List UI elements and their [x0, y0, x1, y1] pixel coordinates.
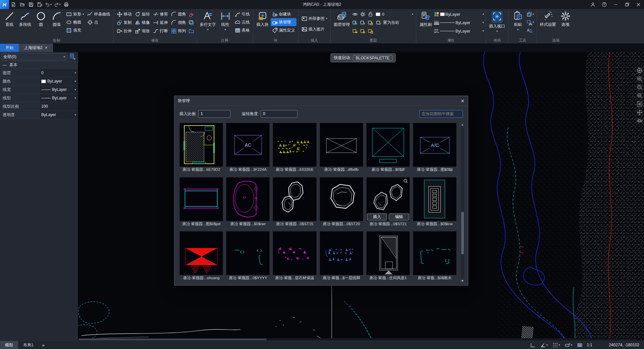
open-file-button[interactable]	[18, 0, 26, 9]
tool-copy[interactable]: 复制	[115, 18, 133, 27]
prop-transparency-dropdown[interactable]: ByLayer▾	[40, 111, 78, 119]
block-card[interactable]: 唐冶·紫薇...$一层线脚	[320, 231, 363, 283]
tool-scale[interactable]: 缩放	[133, 27, 151, 35]
quick-properties-button[interactable]	[69, 53, 77, 60]
insert-button[interactable]: 插入	[367, 213, 387, 220]
block-card[interactable]: 唐冶·紫薇园...0$YYYY	[226, 231, 270, 283]
prop-linetype-dropdown[interactable]: ByLayer▾	[40, 94, 78, 102]
tool-rotate[interactable]: 旋转	[133, 10, 151, 18]
block-card[interactable]: 唐冶·紫薇园...$0$tcw	[413, 177, 457, 229]
close-button[interactable]	[633, 0, 644, 9]
scroll-thumb[interactable]	[461, 212, 464, 254]
edit-button[interactable]: 编辑	[389, 213, 409, 220]
minimize-button[interactable]	[610, 0, 621, 9]
attribute-define-button[interactable]: 属性定义	[271, 26, 297, 34]
save-button[interactable]	[26, 0, 35, 9]
tool-rectangle[interactable]: 矩形▾	[65, 10, 86, 18]
tool-point[interactable]: 点	[86, 18, 112, 26]
dynamic-input-toggle[interactable]: ▾	[564, 341, 573, 349]
tool-extend[interactable]: 延伸	[152, 18, 169, 27]
block-card[interactable]: 唐冶·紫薇园...$0$jff	[366, 123, 410, 174]
tool-arc[interactable]: 圆弧	[49, 10, 64, 38]
tool-polyline[interactable]: 多段线	[17, 10, 33, 38]
layer-thaw-button[interactable]	[359, 10, 366, 18]
account-button[interactable]	[587, 0, 598, 9]
orbit-button[interactable]	[636, 117, 643, 124]
block-card[interactable]: 唐冶·紫薇...层石材保温	[273, 231, 316, 283]
block-card[interactable]: A/C唐冶·紫薇园...图$0$ji	[413, 123, 457, 174]
tool-group[interactable]	[188, 27, 195, 35]
tool-offset[interactable]	[188, 18, 195, 27]
horizontal-scrollbar[interactable]	[78, 338, 636, 341]
tool-stretch[interactable]: 拉伸	[115, 27, 133, 35]
scrollbar-thumb[interactable]	[79, 339, 267, 340]
lineweight-display-toggle[interactable]	[576, 341, 583, 349]
layer-dropdown[interactable]: 0▾	[375, 12, 414, 17]
dialog-titlebar[interactable]: 块管理 ✕	[174, 96, 468, 106]
insert-viewport-button[interactable]: 插入视口▾	[488, 10, 506, 38]
options-button[interactable]: 选项	[558, 10, 573, 38]
tool-mirror[interactable]: 镜像	[133, 18, 151, 27]
tool-chamfer[interactable]: 倒角	[170, 18, 187, 27]
scroll-up-icon[interactable]: ▲	[461, 123, 464, 126]
model-tab[interactable]: 模型	[0, 341, 18, 349]
layout1-tab[interactable]: 布局1	[18, 341, 39, 349]
tool-spline[interactable]: 样条曲线	[86, 10, 112, 18]
tool-trim[interactable]: 修剪	[152, 10, 169, 18]
paste-button[interactable]: 粘贴▾	[510, 10, 526, 38]
layer-manager-button[interactable]: 图层管理	[332, 10, 351, 38]
block-card[interactable]: 唐冶·紫薇园...0$ST20	[320, 177, 363, 229]
block-search-input[interactable]	[419, 110, 463, 118]
block-card[interactable]: AC唐冶·紫薇园...3F224A	[226, 123, 270, 174]
block-card[interactable]: 唐冶·紫薇...生间风道1	[366, 231, 410, 283]
tool-hatch[interactable]: 填充	[65, 26, 86, 34]
layer-visibility-button[interactable]	[352, 10, 359, 18]
polar-toggle[interactable]: ▾	[540, 341, 549, 349]
zoom-extents-button[interactable]	[636, 100, 643, 108]
find-text-button[interactable]: A	[526, 26, 535, 34]
block-card[interactable]: 唐冶·紫薇...$0$散水	[413, 231, 457, 283]
scroll-track[interactable]	[461, 127, 464, 279]
dialog-close-icon[interactable]: ✕	[461, 98, 465, 104]
block-card[interactable]: 唐冶·紫薇园...图$0$pd	[179, 177, 223, 229]
block-card[interactable]: 唐冶·紫薇园...dfbdfb	[320, 123, 363, 174]
selection-filter-dropdown[interactable]: 全部(0)▾	[1, 53, 67, 60]
nav-wheel-button[interactable]	[636, 67, 643, 74]
zoom-window-button[interactable]	[636, 92, 643, 99]
osnap-toggle[interactable]: ▾	[552, 341, 561, 349]
scale-indicator[interactable]: 1:1	[587, 343, 592, 347]
tool-move[interactable]: 移动	[115, 10, 133, 18]
prop-ltscale-field[interactable]: 100	[40, 102, 78, 110]
new-file-button[interactable]	[9, 0, 18, 9]
redo-button[interactable]: ▾	[53, 0, 62, 9]
tool-break[interactable]: 打断	[152, 27, 169, 35]
layer-unlock-all-button[interactable]	[367, 27, 374, 35]
tool-ellipse[interactable]: 椭圆	[65, 18, 86, 26]
ortho-toggle[interactable]	[529, 341, 536, 349]
tool-erase[interactable]	[188, 10, 195, 18]
undo-button[interactable]: ▾	[44, 0, 53, 9]
tool-fillet[interactable]: 圆角	[170, 10, 187, 18]
linetype-dropdown[interactable]: ByLayer▾	[434, 27, 484, 35]
cut-clip-button[interactable]: ▾	[526, 18, 535, 26]
layer-thaw-all-button[interactable]	[359, 27, 366, 35]
tool-table[interactable]: 表格	[233, 26, 251, 34]
block-card[interactable]: 唐冶·紫薇园...6E79D2	[179, 123, 223, 174]
zoom-out-button[interactable]	[636, 84, 643, 91]
insert-scale-input[interactable]	[198, 110, 230, 118]
layer-off-button[interactable]	[352, 19, 359, 27]
layer-on-button[interactable]	[352, 27, 359, 35]
layer-freeze-button[interactable]	[359, 19, 366, 27]
create-block-button[interactable]: 创建块	[271, 10, 297, 18]
prop-color-dropdown[interactable]: ByLayer▾	[40, 77, 78, 85]
pan-button[interactable]	[636, 109, 643, 116]
tool-circle[interactable]: 圆	[33, 10, 49, 38]
tab-start[interactable]: 开始	[0, 44, 19, 52]
print-button[interactable]	[62, 0, 70, 9]
block-card[interactable]: 唐冶·紫薇园...E632EE	[273, 123, 316, 174]
block-card[interactable]: 唐冶·紫薇园...shuang	[179, 231, 223, 283]
section-basic[interactable]: —基本	[0, 61, 78, 69]
tab-close-icon[interactable]: ✕	[45, 46, 48, 50]
block-manager-button[interactable]: 块管理	[271, 18, 297, 26]
dialog-scrollbar[interactable]: ▲ ▼	[460, 123, 465, 283]
